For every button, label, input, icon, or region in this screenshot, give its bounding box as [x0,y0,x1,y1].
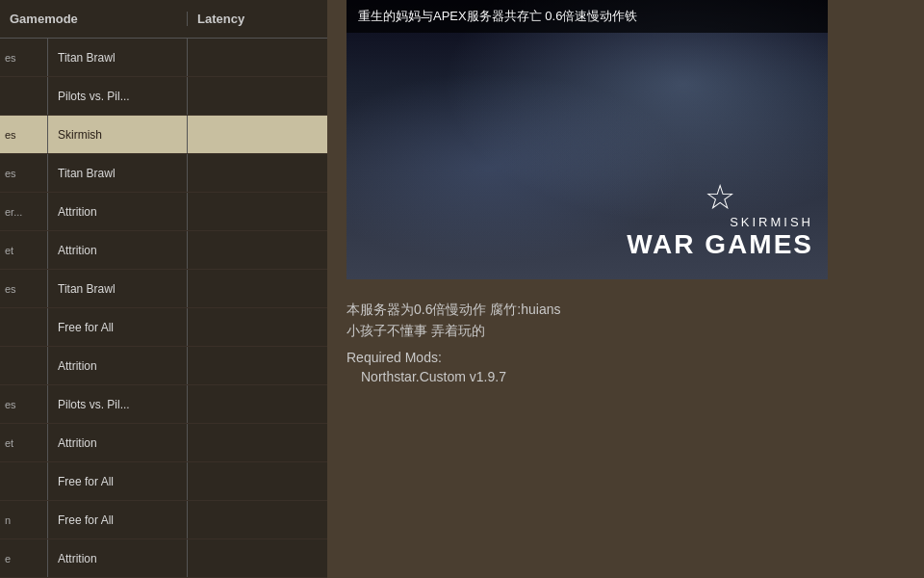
cell-gamemode: Free for All [48,501,188,539]
table-row[interactable]: Attrition [0,347,327,385]
table-header: Gamemode Latency [0,0,327,39]
table-row[interactable]: etAttrition [0,231,327,270]
table-row[interactable]: er...Attrition [0,193,327,231]
column-header-latency: Latency [188,12,284,26]
table-row[interactable]: esTitan Brawl [0,270,327,308]
server-table-body: esTitan BrawlPilots vs. Pil...esSkirmish… [0,39,327,578]
cell-gamemode: Titan Brawl [48,270,188,307]
game-preview: 重生的妈妈与APEX服务器共存亡 0.6倍速慢动作铁 ☆ SKIRMISH WA… [346,0,828,279]
cell-gamemode: Attrition [48,193,188,230]
cell-gamemode: Attrition [48,424,188,461]
right-panel: 重生的妈妈与APEX服务器共存亡 0.6倍速慢动作铁 ☆ SKIRMISH WA… [327,0,924,578]
cell-server-name: et [0,231,48,269]
cell-gamemode: Attrition [48,231,188,269]
table-row[interactable]: esSkirmish [0,116,327,154]
cell-gamemode: Attrition [48,539,188,577]
cell-server-name: n [0,501,48,539]
cell-gamemode: Free for All [48,462,188,500]
cell-gamemode: Titan Brawl [48,154,188,192]
table-row[interactable]: Free for All [0,462,327,501]
required-mods-label: Required Mods: [346,350,905,365]
cell-gamemode: Titan Brawl [48,39,188,76]
cell-server-name [0,77,48,115]
cell-server-name: es [0,154,48,192]
cell-gamemode: Pilots vs. Pil... [48,77,188,115]
server-desc-line1: 本服务器为0.6倍慢动作 腐竹:huians [346,299,905,320]
column-header-gamemode: Gamemode [0,12,188,26]
cell-server-name: es [0,270,48,307]
mod-entry: Northstar.Custom v1.9.7 [346,369,905,384]
game-mode-overlay: ☆ SKIRMISH WAR GAMES [627,180,813,260]
server-description: 本服务器为0.6倍慢动作 腐竹:huians 小孩子不懂事 弄着玩的 [346,299,905,342]
table-row[interactable]: eAttrition [0,539,327,578]
table-row[interactable]: nFree for All [0,501,327,539]
table-row[interactable]: Pilots vs. Pil... [0,77,327,116]
cell-server-name: et [0,424,48,461]
server-info: 本服务器为0.6倍慢动作 腐竹:huians 小孩子不懂事 弄着玩的 Requi… [346,289,905,394]
table-row[interactable]: esPilots vs. Pil... [0,385,327,424]
cell-gamemode: Free for All [48,308,188,346]
cell-server-name: es [0,39,48,76]
cell-server-name: e [0,539,48,577]
cell-server-name [0,462,48,500]
preview-title-bar: 重生的妈妈与APEX服务器共存亡 0.6倍速慢动作铁 [346,0,828,33]
cell-server-name [0,308,48,346]
table-row[interactable]: etAttrition [0,424,327,462]
cell-server-name: es [0,116,48,153]
mods-list: Northstar.Custom v1.9.7 [346,369,905,384]
server-list-panel: Gamemode Latency esTitan BrawlPilots vs.… [0,0,327,578]
cell-gamemode: Skirmish [48,116,188,153]
star-icon: ☆ [627,180,813,215]
game-mode-tag: SKIRMISH [627,215,813,229]
cell-gamemode: Attrition [48,347,188,384]
table-row[interactable]: Free for All [0,308,327,347]
cell-server-name [0,347,48,384]
preview-title-text: 重生的妈妈与APEX服务器共存亡 0.6倍速慢动作铁 [358,9,637,23]
cell-gamemode: Pilots vs. Pil... [48,385,188,423]
server-desc-line2: 小孩子不懂事 弄着玩的 [346,320,905,341]
cell-server-name: es [0,385,48,423]
game-mode-title: WAR GAMES [627,229,813,260]
table-row[interactable]: esTitan Brawl [0,39,327,77]
cell-server-name: er... [0,193,48,230]
table-row[interactable]: esTitan Brawl [0,154,327,193]
